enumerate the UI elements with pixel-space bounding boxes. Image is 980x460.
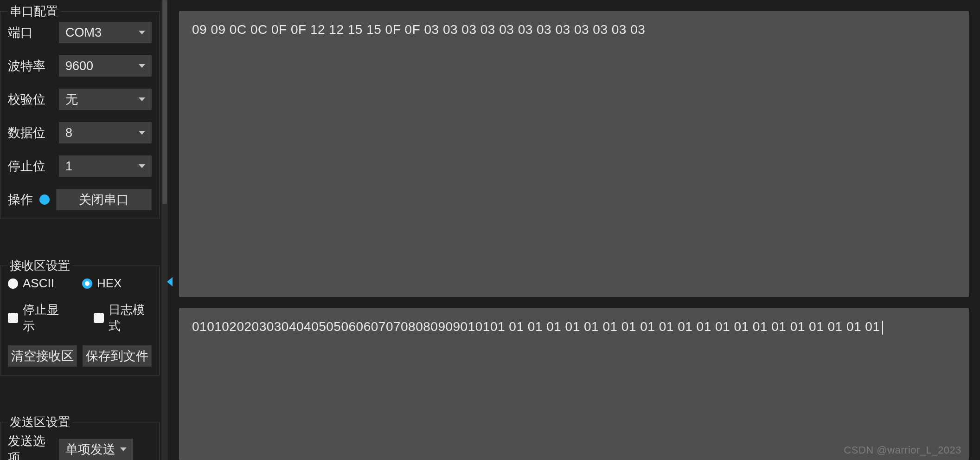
send-option-label: 发送选项 [8,433,52,460]
databits-select[interactable]: 8 [59,122,152,143]
chevron-down-icon [139,31,145,34]
sidebar-collapse-handle[interactable] [166,275,173,289]
chevron-down-icon [139,97,145,101]
radio-hex[interactable]: HEX [82,276,122,291]
stopbits-value: 1 [65,159,72,174]
connection-status-icon [39,194,50,205]
baud-value: 9600 [65,59,93,73]
row-action: 操作 关闭串口 [8,189,152,210]
radio-icon [8,279,18,289]
row-port: 端口 COM3 [8,22,152,43]
databits-value: 8 [65,126,72,140]
send-option-select[interactable]: 单项发送 [59,439,133,460]
transmit-text: 0101020203030404050506060707080809090101… [192,319,880,334]
close-port-button[interactable]: 关闭串口 [56,189,152,210]
radio-ascii[interactable]: ASCII [8,276,54,291]
parity-label: 校验位 [8,91,52,108]
receive-options-row: 停止显示 日志模式 [8,302,152,334]
send-option-value: 单项发送 [65,441,115,458]
check-log-mode[interactable]: 日志模式 [94,302,152,334]
watermark: CSDN @warrior_L_2023 [844,444,961,456]
row-stopbits: 停止位 1 [8,155,152,177]
chevron-down-icon [120,447,127,451]
stop-display-label: 停止显示 [23,302,66,334]
row-baud: 波特率 9600 [8,55,152,77]
receive-pane[interactable]: 09 09 0C 0C 0F 0F 12 12 15 15 0F 0F 03 0… [179,11,969,297]
port-label: 端口 [8,24,52,41]
main-area: 09 09 0C 0C 0F 0F 12 12 15 15 0F 0F 03 0… [168,0,980,460]
radio-hex-label: HEX [97,276,122,291]
group-serial-config: 串口配置 端口 COM3 波特率 9600 校验位 无 [0,11,160,219]
stopbits-label: 停止位 [8,158,52,175]
row-send-option: 发送选项 单项发送 [8,433,152,460]
group-receive-settings: 接收区设置 ASCII HEX 停止显示 日志模式 [0,266,160,376]
sidebar-scrollbar-track[interactable] [161,0,168,460]
check-stop-display[interactable]: 停止显示 [8,302,66,334]
log-mode-label: 日志模式 [109,302,152,334]
group-send-settings: 发送区设置 发送选项 单项发送 [0,422,160,460]
parity-select[interactable]: 无 [59,89,152,110]
baud-select[interactable]: 9600 [59,55,152,77]
encoding-radio-group: ASCII HEX [8,276,152,291]
sidebar-scrollbar-thumb[interactable] [162,0,167,204]
action-label: 操作 [8,191,33,208]
checkbox-icon [94,313,104,323]
clear-receive-button[interactable]: 清空接收区 [8,345,77,367]
row-parity: 校验位 无 [8,89,152,110]
chevron-down-icon [139,164,145,168]
serial-config-title: 串口配置 [7,3,61,19]
baud-label: 波特率 [8,58,52,74]
transmit-pane[interactable]: 0101020203030404050506060707080809090101… [179,308,969,460]
checkbox-icon [8,313,18,323]
receive-button-row: 清空接收区 保存到文件 [8,345,152,367]
receive-settings-title: 接收区设置 [7,258,73,274]
receive-text: 09 09 0C 0C 0F 0F 12 12 15 15 0F 0F 03 0… [192,22,645,37]
chevron-down-icon [139,131,145,135]
app-root: 串口配置 端口 COM3 波特率 9600 校验位 无 [0,0,980,460]
text-cursor-icon [882,321,883,335]
sidebar: 串口配置 端口 COM3 波特率 9600 校验位 无 [0,0,168,460]
port-select[interactable]: COM3 [59,22,152,43]
chevron-down-icon [139,64,145,68]
databits-label: 数据位 [8,124,52,141]
port-value: COM3 [65,26,102,40]
stopbits-select[interactable]: 1 [59,155,152,177]
send-settings-title: 发送区设置 [7,414,73,430]
save-to-file-button[interactable]: 保存到文件 [83,345,152,367]
parity-value: 无 [65,91,78,108]
radio-ascii-label: ASCII [23,276,54,291]
row-databits: 数据位 8 [8,122,152,143]
radio-icon [82,279,92,289]
